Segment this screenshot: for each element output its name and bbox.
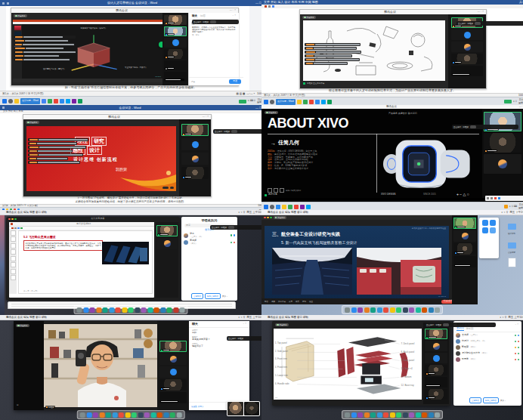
send-to-selector[interactable]: 发送至: 所有人 — [191, 406, 203, 408]
dock-icon[interactable] — [135, 307, 140, 313]
dock-icon[interactable] — [364, 307, 370, 313]
meeting-window-controls[interactable]: — □ × — [478, 11, 484, 14]
dock-icon[interactable] — [390, 412, 395, 418]
menu-items[interactable]: 腾讯会议 会议 编辑 视图 窗口 帮助 — [6, 211, 47, 214]
dock-icon[interactable] — [409, 307, 414, 313]
schedule-icon[interactable] — [482, 227, 488, 233]
taskbar-active-window[interactable]: 会议记录 - Word — [276, 99, 296, 105]
ribbon-icon[interactable] — [17, 227, 20, 230]
toolbar-members[interactable]: 成员 — [289, 301, 292, 303]
share-button[interactable]: 共享 — [519, 0, 523, 4]
dock-icon[interactable] — [141, 307, 147, 313]
participant-tile[interactable] — [164, 72, 187, 82]
mini-floating-window[interactable] — [227, 401, 260, 416]
tool-icon[interactable] — [487, 197, 489, 199]
traffic-lights[interactable] — [264, 217, 272, 219]
menu-bar-status[interactable]: ◐ ⌁ ⚲周五 下午2:02 — [501, 211, 523, 214]
tool-icon[interactable] — [494, 197, 497, 199]
word-menu-items[interactable]: 文件 开始 插入 设计 布局 引用 审阅 视图 — [264, 0, 318, 4]
tab-raised-hands[interactable]: 举手(0) — [466, 328, 474, 331]
member-row[interactable]: 张工（主持人，我） — [181, 232, 237, 239]
app-icon[interactable] — [294, 205, 299, 209]
message-actions[interactable]: 赞 · 回复 — [189, 33, 239, 37]
start-button[interactable] — [264, 100, 268, 104]
search-icon[interactable] — [8, 99, 13, 103]
dock-icon[interactable] — [93, 412, 98, 418]
dock-icon[interactable] — [154, 307, 159, 313]
more-button[interactable]: 更多 > — [222, 295, 227, 298]
layout-grid-icon[interactable]: ⊞ — [17, 404, 19, 407]
menu-items[interactable]: 腾讯会议 会议 编辑 视图 窗口 帮助 — [6, 316, 47, 319]
participant-tile-avatar[interactable] — [181, 138, 209, 150]
participant-tile-avatar[interactable] — [425, 353, 447, 363]
dock-icon-trash[interactable] — [435, 412, 440, 418]
dock-icon[interactable] — [163, 412, 169, 418]
toolbar-video[interactable]: 视频 — [271, 301, 275, 303]
participant-tile[interactable] — [164, 60, 187, 70]
quick-meeting-icon[interactable] — [490, 220, 496, 226]
meeting-window-controls[interactable]: — □ × — [230, 9, 236, 12]
menu-bar-status[interactable]: ◐ ⌁ ⚲周五 上午10:05 — [239, 316, 262, 319]
participant-tile-avatar[interactable] — [159, 354, 187, 365]
more-button[interactable]: 更多 > — [500, 400, 506, 402]
participant-tile[interactable] — [453, 243, 476, 255]
participant-tile-speaking[interactable] — [159, 341, 187, 352]
member-row[interactable]: 李老师（来宾） — [181, 239, 237, 246]
dock-icon[interactable] — [138, 412, 143, 418]
dock-icon[interactable] — [351, 412, 357, 418]
dock-icon[interactable] — [429, 307, 434, 313]
panel-controls[interactable]: ⌄ × — [515, 323, 518, 326]
participant-tile-avatar[interactable] — [451, 42, 483, 52]
participant-tile[interactable] — [159, 379, 187, 391]
ribbon-icon[interactable] — [20, 227, 23, 230]
toolbar-mute[interactable]: 静音 — [265, 301, 268, 303]
app-icon[interactable] — [288, 205, 292, 209]
dock-icon[interactable] — [403, 412, 408, 418]
dock-icon[interactable] — [396, 307, 401, 313]
participant-tile[interactable] — [159, 392, 187, 403]
participant-tile-avatar[interactable] — [484, 154, 521, 174]
participant-tile-avatar[interactable] — [159, 366, 187, 378]
start-button[interactable] — [2, 99, 7, 103]
dock-icon[interactable] — [351, 307, 357, 313]
system-tray[interactable]: ∧ ⌨ ⚲ 15:47星期五 — [239, 99, 262, 104]
join-meeting-icon[interactable] — [482, 220, 488, 226]
member-row[interactable]: 刘设计 （联席主持人，我） — [453, 338, 521, 344]
participant-tile[interactable] — [451, 66, 483, 76]
mac-dock[interactable] — [77, 410, 185, 419]
participant-tile-speaking[interactable] — [156, 225, 178, 236]
member-row[interactable]: 设计研究生工作坊 （来宾） — [453, 351, 521, 357]
desktop-folder[interactable]: 设计资料 — [502, 219, 521, 235]
dock-icon[interactable] — [83, 307, 88, 313]
dock-icon[interactable] — [150, 412, 156, 418]
member-row[interactable]: 王老师 （主持人） — [453, 332, 521, 338]
dock-icon[interactable] — [422, 307, 427, 313]
dock-icon[interactable] — [86, 412, 91, 418]
mac-dock[interactable] — [342, 305, 443, 314]
dock-icon-trash[interactable] — [176, 412, 181, 418]
dock-icon-trash[interactable] — [180, 307, 185, 313]
slide-thumb[interactable] — [14, 26, 21, 30]
participant-tile[interactable] — [164, 15, 187, 25]
participant-tile[interactable] — [164, 49, 187, 59]
dock-icon[interactable] — [103, 307, 108, 313]
member-row[interactable]: 陈同学 （来宾） — [453, 357, 521, 363]
slide-nav[interactable]: 产品服务 品牌合作 联系我们 — [388, 113, 417, 116]
dock-icon[interactable] — [80, 412, 85, 418]
annotation-toolbar[interactable] — [485, 196, 523, 201]
tool-icon[interactable] — [498, 197, 500, 199]
participant-tile-speaking[interactable] — [453, 218, 476, 229]
participant-tile-avatar[interactable] — [181, 153, 209, 165]
dock-icon[interactable] — [429, 412, 434, 418]
dock-icon[interactable] — [357, 307, 363, 313]
dock-icon[interactable] — [125, 412, 130, 418]
menu-bar-status[interactable]: ◐ ⌁ ⚲周五 上午10:07 — [500, 316, 523, 319]
dock-icon[interactable] — [122, 307, 127, 313]
toolbar-settings[interactable]: 设置 — [309, 301, 313, 303]
mute-all-button[interactable]: 全体静音 — [469, 397, 481, 403]
tooltip-chip[interactable] — [443, 323, 449, 326]
window-controls[interactable]: — □ × — [255, 1, 262, 5]
participant-tile[interactable] — [484, 133, 521, 153]
tooltip-chip[interactable] — [470, 125, 476, 128]
participant-tile-avatar[interactable] — [425, 341, 447, 351]
